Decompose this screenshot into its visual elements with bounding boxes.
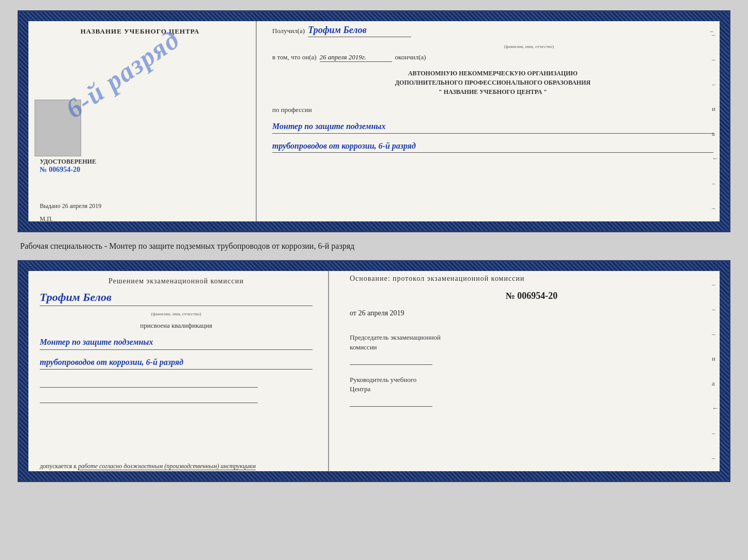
rukovoditel-signature-line — [350, 396, 432, 407]
mp-text: М.П. — [40, 215, 53, 222]
blank-line-2 — [40, 393, 258, 403]
protocol-number: № 006954-20 — [350, 291, 713, 301]
predsedatel-line2: комиссии — [350, 343, 377, 351]
vtom-label: в том, что он(а) — [272, 53, 317, 61]
bottom-recipient-name: Трофим Белов — [40, 291, 313, 306]
okonchill-text: окончил(а) — [395, 53, 426, 61]
udostoverenie-block: УДОСТОВЕРЕНИЕ № 006954-20 — [40, 158, 96, 174]
profession-line2: трубопроводов от коррозии, 6-й разряд — [272, 139, 713, 153]
cert-left-panel: НАЗВАНИЕ УЧЕБНОГО ЦЕНТРА 6-й разряд УДОС… — [19, 12, 257, 231]
poluchil-row: Получил(а) Трофим Белов – — [272, 25, 713, 37]
rukovoditel-line1: Руководитель учебного — [350, 376, 416, 383]
vydano-block: Выдано 26 апреля 2019 — [40, 202, 101, 210]
cert-number: № 006954-20 — [40, 166, 96, 174]
right-dashes: – – – и а ← – – — [712, 12, 719, 231]
bottom-left-panel: Решением экзаменационной комиссии Трофим… — [19, 262, 329, 481]
middle-text: Рабочая специальность - Монтер по защите… — [18, 241, 730, 252]
predsedatel-line1: Председатель экзаменационной — [350, 333, 441, 341]
predsedatel-signature-line — [350, 355, 432, 365]
vydano-label: Выдано — [40, 202, 60, 210]
resheniem-text: Решением экзаменационной комиссии — [40, 277, 313, 285]
dopuskaetsya-block: допускается к работе согласно должностны… — [40, 462, 313, 470]
fio-sublabel: (фамилия, имя, отчество) — [345, 44, 713, 49]
specialty-text: Рабочая специальность - Монтер по защите… — [20, 242, 354, 250]
org-line1: АВТОНОМНУЮ НЕКОММЕРЧЕСКУЮ ОРГАНИЗАЦИЮ — [272, 69, 713, 78]
predsedatel-label: Председатель экзаменационной комиссии — [350, 333, 713, 351]
udostoverenie-label: УДОСТОВЕРЕНИЕ — [40, 158, 96, 166]
stamp-text: 6-й разряд — [59, 24, 185, 124]
rukovoditel-line2: Центра — [350, 385, 370, 393]
kval-line2: трубопроводов от коррозии, 6-й разряд — [40, 355, 313, 370]
ot-date-value: 26 апреля 2019 — [358, 309, 404, 317]
recipient-name: Трофим Белов — [308, 25, 411, 37]
vtom-date: 26 апреля 2019г. — [320, 53, 392, 62]
org-line3: " НАЗВАНИЕ УЧЕБНОГО ЦЕНТРА " — [272, 87, 713, 97]
certificate-top: НАЗВАНИЕ УЧЕБНОГО ЦЕНТРА 6-й разряд УДОС… — [18, 10, 730, 232]
blank-line-1 — [40, 377, 258, 388]
bottom-right-dashes: – – – и а ← – – — [712, 262, 719, 481]
bottom-fio-label: (фамилия, имя, отчество) — [40, 311, 313, 316]
cert-right-panel: Получил(а) Трофим Белов – (фамилия, имя,… — [257, 12, 729, 231]
poluchil-label: Получил(а) — [272, 27, 305, 35]
po-professii-label: по профессии — [272, 106, 713, 114]
profession-line1: Монтер по защите подземных — [272, 120, 713, 134]
org-line2: ДОПОЛНИТЕЛЬНОГО ПРОФЕССИОНАЛЬНОГО ОБРАЗО… — [272, 78, 713, 87]
predsedatel-block: Председатель экзаменационной комиссии — [350, 333, 713, 364]
vtom-row: в том, что он(а) 26 апреля 2019г. окончи… — [272, 53, 713, 62]
org-block: АВТОНОМНУЮ НЕКОММЕРЧЕСКУЮ ОРГАНИЗАЦИЮ ДО… — [272, 69, 713, 97]
prisvoena-text: присвоена квалификация — [40, 322, 313, 330]
ot-label: от — [350, 309, 356, 317]
rukovoditel-label: Руководитель учебного Центра — [350, 375, 713, 394]
rukovoditel-block: Руководитель учебного Центра — [350, 375, 713, 407]
osnovanie-text: Основание: протокол экзаменационной коми… — [350, 275, 713, 283]
ot-date: от 26 апреля 2019 — [350, 309, 713, 317]
bottom-right-panel: Основание: протокол экзаменационной коми… — [329, 262, 729, 481]
vydano-date: 26 апреля 2019 — [62, 202, 101, 210]
certificate-bottom: Решением экзаменационной комиссии Трофим… — [18, 260, 730, 482]
mp-block: М.П. — [40, 215, 53, 223]
kval-line1: Монтер по защите подземных — [40, 335, 313, 349]
dopuskaetsya-text: работе согласно должностным (производств… — [78, 462, 256, 470]
dopuskaetsya-label: допускается к — [40, 462, 76, 470]
